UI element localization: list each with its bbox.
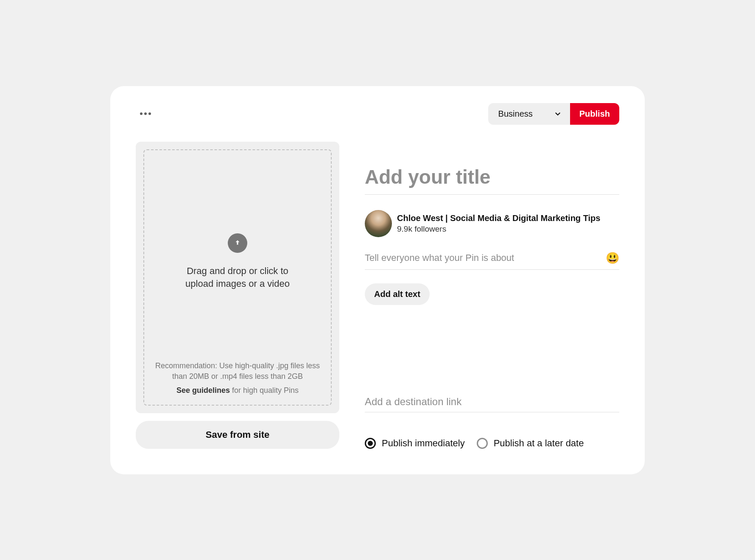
guidelines-rest: for high quality Pins <box>230 386 299 395</box>
upload-zone: Drag and drop or click to upload images … <box>136 142 339 413</box>
right-column: Chloe West | Social Media & Digital Mark… <box>365 142 619 449</box>
publish-button[interactable]: Publish <box>570 103 619 125</box>
description-row: 😃 <box>365 252 619 270</box>
pin-title-input[interactable] <box>365 162 619 195</box>
chevron-down-icon <box>554 110 562 118</box>
pin-description-input[interactable] <box>365 252 599 263</box>
board-selected-label: Business <box>498 109 533 119</box>
more-options-button[interactable] <box>136 108 155 119</box>
spacer <box>365 305 619 383</box>
upload-guidelines-line: See guidelines for high quality Pins <box>153 385 322 396</box>
see-guidelines-link[interactable]: See guidelines <box>176 386 230 395</box>
save-from-site-button[interactable]: Save from site <box>136 421 339 449</box>
add-alt-text-button[interactable]: Add alt text <box>365 283 430 305</box>
left-column: Drag and drop or click to upload images … <box>136 142 339 449</box>
radio-unchecked-icon <box>477 438 488 449</box>
profile-followers: 9.9k followers <box>397 224 600 234</box>
pin-builder-card: Business Publish Drag and drop or click … <box>110 86 645 474</box>
publish-later-label: Publish at a later date <box>494 438 584 449</box>
profile-info: Chloe West | Social Media & Digital Mark… <box>397 213 600 234</box>
board-select-dropdown[interactable]: Business <box>488 103 570 125</box>
schedule-row: Publish immediately Publish at a later d… <box>365 438 619 449</box>
destination-link-input[interactable] <box>365 392 619 412</box>
profile-name: Chloe West | Social Media & Digital Mark… <box>397 213 600 224</box>
upload-recommendation: Recommendation: Use high-quality .jpg fi… <box>153 361 322 382</box>
upload-dropzone[interactable]: Drag and drop or click to upload images … <box>143 149 332 406</box>
main-content: Drag and drop or click to upload images … <box>136 142 619 449</box>
publish-immediately-option[interactable]: Publish immediately <box>365 438 465 449</box>
upload-main-text: Drag and drop or click to upload images … <box>174 265 301 290</box>
upload-icon <box>228 233 247 253</box>
publish-later-option[interactable]: Publish at a later date <box>477 438 584 449</box>
emoji-picker-button[interactable]: 😃 <box>606 252 619 263</box>
upload-center: Drag and drop or click to upload images … <box>174 163 301 361</box>
avatar <box>365 210 392 237</box>
profile-row: Chloe West | Social Media & Digital Mark… <box>365 210 619 237</box>
upload-bottom-text: Recommendation: Use high-quality .jpg fi… <box>153 361 322 396</box>
topbar: Business Publish <box>136 103 619 125</box>
radio-checked-icon <box>365 438 376 449</box>
publish-immediately-label: Publish immediately <box>382 438 465 449</box>
top-actions: Business Publish <box>488 103 619 125</box>
